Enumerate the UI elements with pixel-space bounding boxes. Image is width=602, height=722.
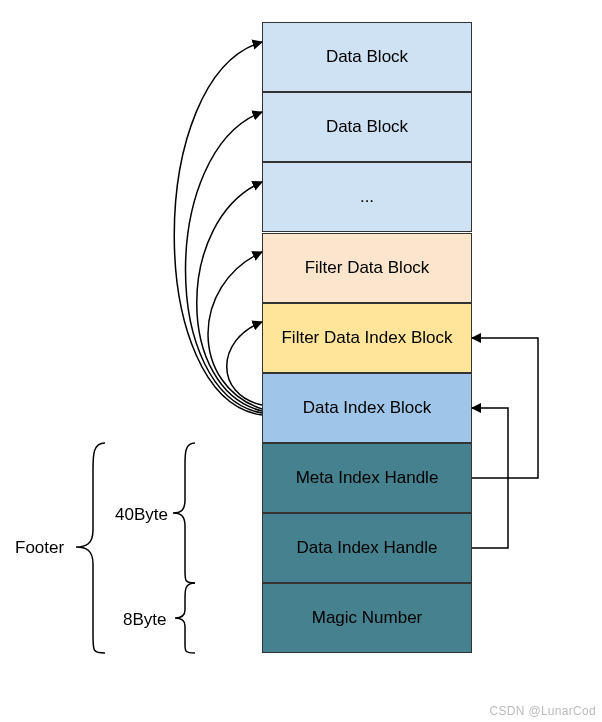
size-8-label: 8Byte — [123, 610, 166, 630]
data-index-block: Data Index Block — [262, 373, 472, 443]
data-block-2: Data Block — [262, 92, 472, 162]
data-block-ellipsis: ... — [262, 162, 472, 232]
block-label: Magic Number — [312, 607, 423, 629]
block-label: Data Index Block — [303, 397, 432, 419]
magic-number-block: Magic Number — [262, 583, 472, 653]
block-label: Data Block — [326, 46, 408, 68]
filter-data-block: Filter Data Block — [262, 233, 472, 303]
footer-label: Footer — [15, 538, 64, 558]
size-40-label: 40Byte — [115, 505, 168, 525]
block-label: Data Index Handle — [297, 537, 438, 559]
block-label: Data Block — [326, 116, 408, 138]
watermark: CSDN @LunarCod — [490, 704, 596, 718]
data-block-1: Data Block — [262, 22, 472, 92]
meta-index-handle: Meta Index Handle — [262, 443, 472, 513]
block-label: Filter Data Block — [305, 257, 430, 279]
filter-data-index-block: Filter Data Index Block — [262, 303, 472, 373]
block-label: Meta Index Handle — [296, 467, 439, 489]
right-arrows-from-handles — [472, 338, 538, 548]
data-index-handle: Data Index Handle — [262, 513, 472, 583]
block-label: Filter Data Index Block — [281, 327, 452, 349]
block-label: ... — [360, 186, 374, 208]
left-arrows-from-data-index — [174, 42, 262, 415]
